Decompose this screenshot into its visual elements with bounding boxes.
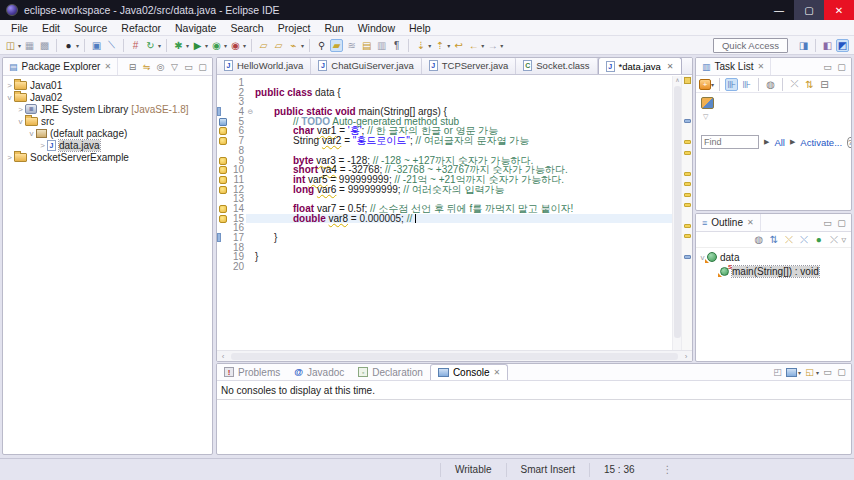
forward-icon-dropdown[interactable]: ▾ bbox=[500, 42, 503, 49]
warning-marker-icon[interactable] bbox=[219, 166, 227, 174]
new-task-icon[interactable]: + bbox=[699, 79, 711, 90]
open-type-icon[interactable]: # bbox=[129, 39, 142, 52]
find-input[interactable] bbox=[701, 135, 759, 149]
open-console-icon[interactable]: ◰ bbox=[771, 366, 784, 379]
debug-icon[interactable]: ✱ bbox=[172, 39, 185, 52]
minimize-view-icon[interactable]: ▭ bbox=[821, 366, 834, 379]
collapse-all-icon[interactable]: ⊟ bbox=[818, 78, 831, 91]
run-icon-dropdown[interactable]: ▾ bbox=[205, 42, 208, 49]
menu-item-refactor[interactable]: Refactor bbox=[114, 22, 168, 34]
status-overflow-icon[interactable]: ⋮ bbox=[663, 464, 673, 475]
console-tab-declaration[interactable]: ◦Declaration bbox=[351, 364, 430, 380]
overview-warning-marker[interactable] bbox=[684, 151, 691, 155]
display-console-dropdown-icon[interactable]: ▾ bbox=[798, 369, 801, 376]
annotation-ruler[interactable] bbox=[217, 88, 230, 98]
quick-access-box[interactable]: Quick Access bbox=[713, 38, 788, 53]
collapsed-arrow-icon[interactable]: > bbox=[5, 81, 14, 90]
coverage-icon[interactable]: ◉ bbox=[210, 39, 223, 52]
tree-item-java01[interactable]: >Java01 bbox=[5, 79, 212, 91]
close-button[interactable]: ✕ bbox=[824, 0, 854, 20]
annotation-ruler[interactable] bbox=[217, 214, 230, 224]
refresh-icon-dropdown[interactable]: ▾ bbox=[158, 42, 161, 49]
annotation-ruler[interactable] bbox=[217, 262, 230, 272]
focus-icon[interactable]: ◍ bbox=[752, 233, 765, 246]
console-view-icon[interactable]: ▣ bbox=[90, 39, 103, 52]
expanded-arrow-icon[interactable]: v bbox=[5, 93, 14, 102]
java-perspective-icon[interactable]: ◩ bbox=[836, 39, 849, 52]
run-icon[interactable]: ▶ bbox=[191, 39, 204, 52]
debug-icon-dropdown[interactable]: ▾ bbox=[186, 42, 189, 49]
overview-warning-marker[interactable] bbox=[684, 224, 691, 228]
code-line-16[interactable]: 16 bbox=[217, 223, 672, 233]
horizontal-scrollbar[interactable]: ‹ › bbox=[217, 350, 692, 361]
minimize-view-icon[interactable]: ▭ bbox=[821, 60, 834, 73]
next-annotation-icon-dropdown[interactable]: ▾ bbox=[428, 42, 431, 49]
editor-tab-socket-class[interactable]: CSocket.class bbox=[516, 57, 597, 74]
code-line-18[interactable]: 18 bbox=[217, 243, 672, 253]
annotation-ruler[interactable] bbox=[217, 117, 230, 127]
console-tab-problems[interactable]: !Problems bbox=[217, 364, 287, 380]
fold-collapse-icon[interactable]: ⊖ bbox=[246, 107, 255, 117]
annotation-summary-icon[interactable] bbox=[684, 77, 691, 84]
close-view-icon[interactable]: ✕ bbox=[757, 62, 764, 71]
save-all-icon[interactable]: ▩ bbox=[38, 39, 51, 52]
display-console-icon[interactable] bbox=[785, 366, 798, 379]
editor-tab-chatguiserver-java[interactable]: JChatGuiServer.java bbox=[311, 57, 421, 74]
annotation-ruler[interactable] bbox=[217, 243, 230, 253]
annotation-ruler[interactable] bbox=[217, 107, 230, 117]
tree-item-default-package[interactable]: v(default package) bbox=[5, 127, 212, 139]
coverage-icon-dropdown[interactable]: ▾ bbox=[224, 42, 227, 49]
editor-tab-tcpserver-java[interactable]: JTCPServer.java bbox=[422, 57, 517, 74]
close-tab-icon[interactable]: ✕ bbox=[667, 62, 674, 71]
categorized-presentation-icon[interactable]: ⊪ bbox=[725, 78, 738, 91]
warning-marker-icon[interactable] bbox=[219, 205, 227, 213]
annotation-ruler[interactable] bbox=[217, 175, 230, 185]
overview-occurrence-marker[interactable] bbox=[684, 119, 691, 123]
code-line-19[interactable]: 19} bbox=[217, 252, 672, 262]
overview-warning-marker[interactable] bbox=[684, 234, 691, 238]
search-icon-dropdown[interactable]: ▾ bbox=[301, 42, 304, 49]
open-task-icon[interactable]: ▱ bbox=[257, 39, 270, 52]
menu-item-help[interactable]: Help bbox=[402, 22, 438, 34]
hide-local-types-icon[interactable]: ⤬ bbox=[827, 233, 840, 246]
minimize-view-icon[interactable]: ▭ bbox=[821, 216, 834, 229]
expanded-arrow-icon[interactable]: v bbox=[27, 129, 36, 138]
menu-item-project[interactable]: Project bbox=[271, 22, 318, 34]
outline-class-row[interactable]: v data bbox=[698, 251, 851, 263]
annotation-ruler[interactable] bbox=[217, 194, 230, 204]
filter-all-link[interactable]: All bbox=[774, 137, 785, 148]
occurrence-marker[interactable] bbox=[217, 233, 221, 242]
minimize-button[interactable]: — bbox=[764, 0, 794, 20]
word-wrap-icon[interactable]: ≋ bbox=[345, 39, 358, 52]
prev-annotation-icon-dropdown[interactable]: ▾ bbox=[447, 42, 450, 49]
close-view-icon[interactable]: ✕ bbox=[104, 62, 111, 71]
overview-warning-marker[interactable] bbox=[684, 182, 691, 186]
prev-annotation-icon[interactable]: ⇡ bbox=[433, 39, 446, 52]
profile-icon[interactable]: ◉ bbox=[229, 39, 242, 52]
maximize-view-icon[interactable]: ▢ bbox=[835, 366, 848, 379]
menu-item-navigate[interactable]: Navigate bbox=[168, 22, 223, 34]
warning-marker-icon[interactable] bbox=[219, 137, 227, 145]
overview-warning-marker[interactable] bbox=[684, 172, 691, 176]
menu-item-run[interactable]: Run bbox=[317, 22, 350, 34]
scroll-right-icon[interactable]: › bbox=[680, 352, 692, 361]
collapsed-arrow-icon[interactable]: > bbox=[38, 141, 47, 150]
console-tab-console[interactable]: Console✕ bbox=[430, 364, 508, 380]
line-number[interactable]: 20 bbox=[230, 262, 246, 272]
warning-marker-icon[interactable] bbox=[219, 127, 227, 135]
new-console-dropdown-icon[interactable]: ▾ bbox=[816, 369, 819, 376]
synchronize-icon[interactable]: ⇅ bbox=[803, 78, 816, 91]
scheduled-presentation-icon[interactable]: ⊪ bbox=[740, 78, 753, 91]
tree-item-socketserverexample[interactable]: >SocketServerExample bbox=[5, 151, 212, 163]
console-tab-javadoc[interactable]: @Javadoc bbox=[287, 364, 351, 380]
overview-occurrence-marker[interactable] bbox=[684, 255, 691, 259]
collapsed-arrow-icon[interactable]: > bbox=[5, 153, 14, 162]
open-resource-icon[interactable]: ▱ bbox=[272, 39, 285, 52]
code-line-15[interactable]: 15double var8 = 0.000005; // bbox=[217, 214, 672, 224]
code-line-12[interactable]: 12long var6 = 999999999; // 여러숫자의 입력가능 bbox=[217, 185, 672, 195]
annotation-ruler[interactable] bbox=[217, 204, 230, 214]
maximize-view-icon[interactable]: ▢ bbox=[835, 216, 848, 229]
externalize-strings-icon[interactable]: ⚲ bbox=[315, 39, 328, 52]
maximize-button[interactable]: ▢ bbox=[794, 0, 824, 20]
focus-on-workweek-icon[interactable]: ◍ bbox=[764, 78, 777, 91]
